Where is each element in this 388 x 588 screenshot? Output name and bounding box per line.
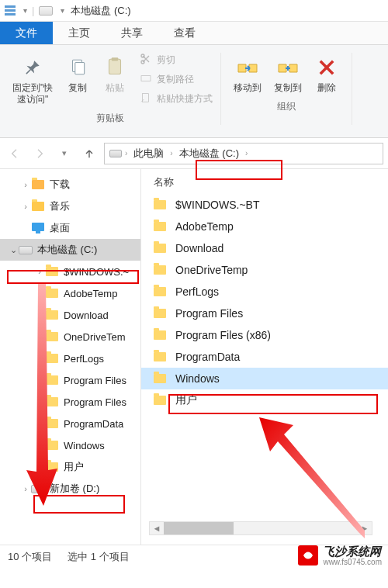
nav-forward-button[interactable]	[29, 144, 50, 164]
qat-dropdown-icon[interactable]: ▾	[23, 6, 27, 15]
tab-home[interactable]: 主页	[53, 22, 106, 44]
nav-up-button[interactable]	[79, 144, 99, 164]
crumb-drive[interactable]: 本地磁盘 (C:)	[176, 145, 242, 162]
copy-button[interactable]: 复制	[61, 53, 95, 95]
file-row[interactable]: Windows	[141, 368, 388, 389]
tree-item[interactable]: AdobeTemp	[0, 282, 140, 304]
moveto-label: 移动到	[234, 82, 262, 94]
tree-item-drive-c[interactable]: ⌄ 本地磁盘 (C:)	[0, 239, 140, 261]
folder-icon	[45, 373, 59, 387]
pin-icon	[23, 54, 43, 81]
pasteshortcut-icon	[140, 92, 152, 106]
folder-icon	[154, 284, 169, 299]
copy-icon	[68, 54, 88, 81]
tree-item-music[interactable]: › 音乐	[0, 195, 140, 217]
scroll-right-icon[interactable]: ►	[358, 522, 372, 534]
group-clipboard-label: 剪贴板	[96, 112, 124, 125]
tree-item[interactable]: ›$WINDOWS.~	[0, 261, 140, 282]
tab-file[interactable]: 文件	[0, 22, 53, 44]
folder-icon	[45, 351, 59, 365]
file-row[interactable]: $WINDOWS.~BT	[141, 194, 388, 216]
tab-share[interactable]: 共享	[106, 22, 158, 44]
cut-button[interactable]: 剪切	[140, 53, 213, 67]
nav-recent-button[interactable]: ▾	[54, 144, 74, 164]
scroll-left-icon[interactable]: ◄	[150, 522, 164, 534]
file-row[interactable]: Program Files	[141, 303, 388, 324]
svg-rect-6	[112, 57, 119, 61]
watermark-url: www.fs0745.com	[323, 558, 382, 566]
tree-item[interactable]: ›ProgramData	[0, 413, 140, 434]
tree-label: Program Files	[64, 375, 126, 386]
copypath-label: 复制路径	[157, 73, 194, 86]
tree-item-windows[interactable]: ›Windows	[0, 434, 140, 456]
paste-label: 粘贴	[106, 82, 124, 94]
scroll-thumb[interactable]	[164, 522, 234, 534]
status-item-count: 10 个项目	[8, 550, 52, 564]
tree-item[interactable]: Download	[0, 304, 140, 326]
tree-item-drive-d[interactable]: ›新加卷 (D:)	[0, 478, 140, 500]
expander-icon[interactable]: ›	[20, 180, 31, 189]
title-dropdown-icon[interactable]: ▾	[61, 6, 64, 15]
moveto-icon	[236, 54, 259, 81]
file-row[interactable]: Download	[141, 237, 388, 259]
file-list[interactable]: 名称 $WINDOWS.~BTAdobeTempDownloadOneDrive…	[141, 169, 388, 545]
expander-icon[interactable]: ›	[20, 202, 31, 211]
paste-button[interactable]: 粘贴	[98, 53, 132, 95]
cut-label: 剪切	[157, 54, 175, 67]
drive-icon	[31, 482, 45, 496]
crumb-pc[interactable]: 此电脑	[130, 145, 167, 162]
title-divider: |	[32, 5, 34, 16]
crumb-sep-icon[interactable]: ›	[170, 149, 172, 157]
svg-rect-12	[36, 231, 40, 233]
tree-label: 本地磁盘 (C:)	[37, 243, 97, 257]
expander-icon[interactable]: ⌄	[8, 245, 19, 255]
file-row[interactable]: 用户	[141, 389, 388, 411]
pasteshortcut-button[interactable]: 粘贴快捷方式	[140, 92, 213, 106]
watermark-name: 飞沙系统网	[323, 545, 382, 559]
tree-item[interactable]: ›Program Files	[0, 369, 140, 391]
file-row[interactable]: ProgramData	[141, 346, 388, 368]
copypath-button[interactable]: 复制路径	[140, 72, 213, 87]
folder-icon	[31, 178, 45, 192]
nav-back-button[interactable]	[5, 144, 25, 164]
delete-button[interactable]: 删除	[310, 53, 344, 95]
horizontal-scrollbar[interactable]: ◄ ►	[149, 521, 372, 535]
address-box[interactable]: › 此电脑 › 本地磁盘 (C:) ›	[104, 143, 383, 164]
tree-item-desktop[interactable]: 桌面	[0, 217, 140, 239]
tree-item[interactable]: PerfLogs	[0, 348, 140, 369]
svg-rect-4	[75, 63, 85, 74]
crumb-sep-icon[interactable]: ›	[125, 149, 127, 157]
copypath-icon	[140, 72, 152, 87]
pin-button[interactable]: 固定到"快 速访问"	[8, 53, 57, 107]
file-row[interactable]: AdobeTemp	[141, 216, 388, 237]
navigation-tree[interactable]: › 下载 › 音乐 桌面 ⌄ 本地磁盘 (C:) ›$WINDOWS.~ Ado…	[0, 169, 141, 545]
folder-icon	[45, 308, 59, 322]
tree-item[interactable]: ›Program Files	[0, 391, 140, 413]
group-organize-label: 组织	[277, 100, 296, 113]
copyto-button[interactable]: 复制到	[269, 53, 307, 95]
moveto-button[interactable]: 移动到	[229, 53, 266, 95]
tree-label: 用户	[64, 460, 84, 474]
tree-item[interactable]: ›OneDriveTem	[0, 326, 140, 348]
file-name: ProgramData	[175, 351, 240, 363]
window-menu-icon[interactable]	[3, 4, 17, 18]
folder-icon	[154, 327, 169, 343]
column-header-name[interactable]: 名称	[141, 172, 388, 194]
ribbon: 固定到"快 速访问" 复制 粘贴 剪切	[0, 45, 388, 138]
crumb-sep-icon[interactable]: ›	[245, 149, 248, 157]
drive-icon	[39, 6, 53, 16]
folder-icon	[154, 197, 169, 213]
tree-label: 新加卷 (D:)	[50, 482, 99, 496]
file-row[interactable]: PerfLogs	[141, 281, 388, 303]
addressbar: ▾ › 此电脑 › 本地磁盘 (C:) ›	[0, 138, 388, 169]
pasteshortcut-label: 粘贴快捷方式	[157, 92, 213, 105]
file-name: PerfLogs	[175, 285, 219, 298]
file-row[interactable]: Program Files (x86)	[141, 324, 388, 346]
tab-view[interactable]: 查看	[158, 22, 211, 44]
file-row[interactable]: OneDriveTemp	[141, 259, 388, 281]
copyto-label: 复制到	[274, 82, 302, 94]
tree-item-downloads[interactable]: › 下载	[0, 174, 140, 195]
folder-icon	[154, 262, 169, 278]
tree-label: 音乐	[50, 199, 70, 213]
tree-item[interactable]: ›用户	[0, 456, 140, 478]
